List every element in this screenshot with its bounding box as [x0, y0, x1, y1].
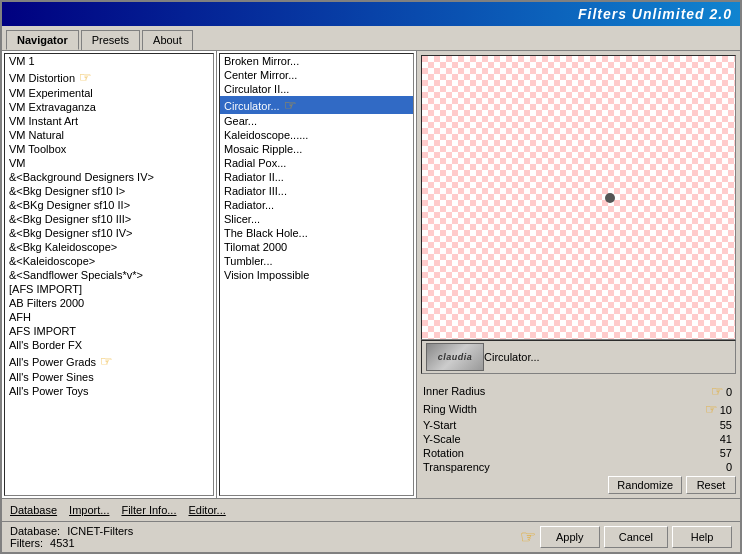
main-window: Filters Unlimited 2.0 Navigator Presets …	[0, 0, 742, 554]
action-bar: Database Import... Filter Info... Editor…	[2, 498, 740, 521]
param-row: Transparency0	[421, 460, 736, 474]
randomize-button[interactable]: Randomize	[608, 476, 682, 494]
tab-presets[interactable]: Presets	[81, 30, 140, 50]
param-row: Ring Width☞10	[421, 400, 736, 418]
param-value: 0	[651, 460, 736, 474]
filter-list-item[interactable]: Kaleidoscope......	[220, 128, 413, 142]
filter-list-item[interactable]: Center Mirror...	[220, 68, 413, 82]
preview-dot	[605, 193, 615, 203]
param-label: Transparency	[421, 460, 651, 474]
param-value: 41	[651, 432, 736, 446]
filter-list-item[interactable]: Tumbler...	[220, 254, 413, 268]
preview-checker	[422, 56, 735, 339]
category-list-item[interactable]: VM Experimental	[5, 86, 213, 100]
param-label: Y-Scale	[421, 432, 651, 446]
bottom-buttons: ☞ Apply Cancel Help	[520, 526, 732, 548]
param-row: Inner Radius☞0	[421, 382, 736, 400]
param-label: Y-Start	[421, 418, 651, 432]
category-list-item[interactable]: &<Background Designers IV>	[5, 170, 213, 184]
category-list-item[interactable]: &<Bkg Kaleidoscope>	[5, 240, 213, 254]
filter-list-item[interactable]: Circulator...☞	[220, 96, 413, 114]
filter-thumbnail: claudia	[426, 343, 484, 371]
database-status: Database: ICNET-Filters	[10, 525, 133, 537]
category-list[interactable]: VM 1VM Distortion☞VM ExperimentalVM Extr…	[4, 53, 214, 496]
left-panel: VM 1VM Distortion☞VM ExperimentalVM Extr…	[2, 51, 217, 498]
param-label: Inner Radius	[421, 382, 651, 400]
category-list-item[interactable]: VM Natural	[5, 128, 213, 142]
category-list-item[interactable]: VM Distortion☞	[5, 68, 213, 86]
apply-button[interactable]: Apply	[540, 526, 600, 548]
category-list-item[interactable]: AFH	[5, 310, 213, 324]
category-list-item[interactable]: VM 1	[5, 54, 213, 68]
category-list-item[interactable]: All's Power Toys	[5, 384, 213, 398]
title-bar: Filters Unlimited 2.0	[2, 2, 740, 26]
apply-finger-icon: ☞	[520, 526, 536, 548]
title-text: Filters Unlimited 2.0	[578, 6, 732, 22]
filter-info-link[interactable]: Filter Info...	[117, 502, 180, 518]
category-list-item[interactable]: &<BKg Designer sf10 II>	[5, 198, 213, 212]
right-panel: claudia Circulator... Inner Radius☞0Ring…	[417, 51, 740, 498]
params-panel: Inner Radius☞0Ring Width☞10Y-Start55Y-Sc…	[421, 382, 736, 474]
filters-status: Filters: 4531	[10, 537, 133, 549]
param-row: Rotation57	[421, 446, 736, 460]
param-value: 57	[651, 446, 736, 460]
cancel-button[interactable]: Cancel	[604, 526, 668, 548]
status-bar: Database: ICNET-Filters Filters: 4531 ☞ …	[2, 521, 740, 552]
filter-list-item[interactable]: Radiator II...	[220, 170, 413, 184]
status-info: Database: ICNET-Filters Filters: 4531	[10, 525, 133, 549]
rand-reset-bar: Randomize Reset	[421, 476, 736, 494]
reset-button[interactable]: Reset	[686, 476, 736, 494]
category-list-item[interactable]: All's Power Grads☞	[5, 352, 213, 370]
params-table: Inner Radius☞0Ring Width☞10Y-Start55Y-Sc…	[421, 382, 736, 474]
param-row: Y-Start55	[421, 418, 736, 432]
category-list-item[interactable]: All's Power Sines	[5, 370, 213, 384]
editor-link[interactable]: Editor...	[184, 502, 229, 518]
filter-list-item[interactable]: Radial Pox...	[220, 156, 413, 170]
category-list-item[interactable]: VM Toolbox	[5, 142, 213, 156]
category-list-item[interactable]: VM Extravaganza	[5, 100, 213, 114]
filter-list-item[interactable]: Vision Impossible	[220, 268, 413, 282]
param-row: Y-Scale41	[421, 432, 736, 446]
category-list-item[interactable]: VM Instant Art	[5, 114, 213, 128]
category-list-item[interactable]: AB Filters 2000	[5, 296, 213, 310]
tab-navigator[interactable]: Navigator	[6, 30, 79, 50]
filter-label-bar: claudia Circulator...	[421, 340, 736, 374]
filter-list-item[interactable]: The Black Hole...	[220, 226, 413, 240]
category-list-item[interactable]: All's Border FX	[5, 338, 213, 352]
param-label: Rotation	[421, 446, 651, 460]
import-link[interactable]: Import...	[65, 502, 113, 518]
tab-about[interactable]: About	[142, 30, 193, 50]
content-area: VM 1VM Distortion☞VM ExperimentalVM Extr…	[2, 51, 740, 498]
tab-bar: Navigator Presets About	[2, 26, 740, 51]
category-list-item[interactable]: AFS IMPORT	[5, 324, 213, 338]
category-list-item[interactable]: &<Bkg Designer sf10 IV>	[5, 226, 213, 240]
category-list-item[interactable]: VM	[5, 156, 213, 170]
filter-list-item[interactable]: Radiator III...	[220, 184, 413, 198]
filter-list-item[interactable]: Circulator II...	[220, 82, 413, 96]
filter-list-item[interactable]: Broken Mirror...	[220, 54, 413, 68]
param-value: 55	[651, 418, 736, 432]
database-link[interactable]: Database	[6, 502, 61, 518]
filter-list-item[interactable]: Mosaic Ripple...	[220, 142, 413, 156]
filter-list[interactable]: Broken Mirror...Center Mirror...Circulat…	[219, 53, 414, 496]
category-list-item[interactable]: &<Bkg Designer sf10 I>	[5, 184, 213, 198]
category-list-item[interactable]: &<Bkg Designer sf10 III>	[5, 212, 213, 226]
category-list-item[interactable]: &<Sandflower Specials*v*>	[5, 268, 213, 282]
filter-list-item[interactable]: Radiator...	[220, 198, 413, 212]
filter-list-item[interactable]: Gear...	[220, 114, 413, 128]
param-label: Ring Width	[421, 400, 651, 418]
category-list-item[interactable]: &<Kaleidoscope>	[5, 254, 213, 268]
middle-panel: Broken Mirror...Center Mirror...Circulat…	[217, 51, 417, 498]
help-button[interactable]: Help	[672, 526, 732, 548]
filter-list-item[interactable]: Slicer...	[220, 212, 413, 226]
param-value: ☞10	[651, 400, 736, 418]
category-list-item[interactable]: [AFS IMPORT]	[5, 282, 213, 296]
param-value: ☞0	[651, 382, 736, 400]
filter-list-item[interactable]: Tilomat 2000	[220, 240, 413, 254]
filter-name-label: Circulator...	[484, 351, 540, 363]
preview-area	[421, 55, 736, 340]
